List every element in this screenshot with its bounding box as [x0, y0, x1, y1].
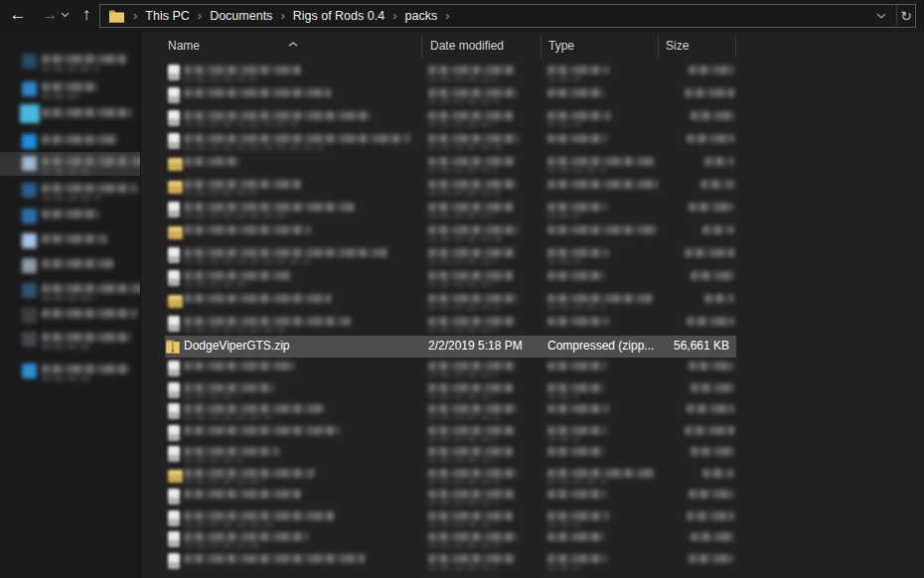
- redacted-text: [42, 168, 96, 174]
- column-header-size[interactable]: Size: [666, 39, 689, 53]
- redacted-text: [428, 383, 514, 392]
- file-icon: [168, 133, 180, 149]
- redacted-text: [184, 66, 301, 74]
- sidebar-item[interactable]: [0, 77, 140, 101]
- redacted-text: [184, 213, 290, 218]
- redacted-text: [547, 469, 655, 478]
- redacted-text: [547, 511, 609, 520]
- address-bar[interactable]: ›This PC›Documents›Rigs of Rods 0.4›pack…: [99, 4, 916, 28]
- breadcrumb-separator-icon[interactable]: ›: [272, 5, 292, 27]
- sidebar-item[interactable]: [0, 229, 140, 253]
- file-icon: [168, 361, 180, 376]
- breadcrumb-separator-icon[interactable]: ›: [385, 5, 404, 27]
- file-row[interactable]: [165, 400, 736, 422]
- file-row[interactable]: [165, 528, 736, 550]
- file-icon: [168, 382, 180, 398]
- file-row[interactable]: [165, 244, 736, 267]
- redacted-text: [184, 317, 351, 326]
- redacted-text: [184, 294, 331, 303]
- redacted-text: [428, 542, 500, 548]
- file-row[interactable]: [165, 221, 736, 244]
- file-icon: [168, 316, 180, 332]
- redacted-text: [428, 521, 497, 527]
- file-row[interactable]: [165, 107, 736, 130]
- sidebar-item[interactable]: [0, 279, 140, 303]
- file-row[interactable]: [165, 550, 736, 572]
- redacted-text: [700, 180, 734, 189]
- up-icon[interactable]: ↑: [74, 0, 99, 30]
- address-bar-controls: ↻: [868, 5, 915, 27]
- sidebar-item-selected[interactable]: [0, 152, 140, 176]
- file-row[interactable]: [165, 153, 736, 176]
- back-icon[interactable]: ←: [4, 0, 32, 30]
- breadcrumb-separator-icon[interactable]: ›: [125, 5, 145, 27]
- redacted-text: [691, 532, 734, 541]
- file-row[interactable]: [165, 176, 736, 199]
- sidebar-item[interactable]: [0, 103, 140, 127]
- sidebar-item[interactable]: [0, 304, 140, 328]
- redacted-text: [184, 271, 291, 280]
- refresh-icon[interactable]: ↻: [896, 5, 915, 28]
- column-header-name[interactable]: Name: [168, 39, 200, 53]
- sidebar-item[interactable]: [0, 360, 140, 383]
- file-row[interactable]: [165, 199, 736, 221]
- file-row[interactable]: [165, 422, 736, 444]
- file-row[interactable]: [165, 62, 736, 84]
- file-row[interactable]: [165, 358, 736, 379]
- redacted-text: [184, 248, 387, 257]
- file-row[interactable]: [165, 379, 736, 401]
- redacted-text: [428, 371, 498, 377]
- redacted-text: [428, 121, 497, 127]
- redacted-text: [428, 317, 516, 326]
- redacted-text: [184, 383, 275, 392]
- file-row[interactable]: [165, 486, 736, 507]
- file-row[interactable]: [165, 290, 736, 313]
- file-row[interactable]: [165, 465, 736, 487]
- redacted-text: [428, 66, 516, 74]
- redacted-text: [428, 88, 518, 97]
- redacted-text: [547, 317, 609, 326]
- redacted-text: [42, 108, 133, 117]
- file-row[interactable]: [165, 130, 736, 153]
- file-row[interactable]: [165, 507, 736, 529]
- breadcrumb-item[interactable]: Documents: [210, 5, 272, 27]
- redacted-text: [547, 248, 609, 257]
- breadcrumb-separator-icon[interactable]: ›: [437, 5, 457, 27]
- file-row[interactable]: [165, 267, 736, 290]
- recent-locations-chevron-icon[interactable]: [57, 0, 73, 30]
- column-divider[interactable]: [421, 36, 422, 58]
- column-divider[interactable]: [735, 36, 736, 58]
- file-row[interactable]: [165, 84, 736, 107]
- redacted-text: [42, 55, 126, 64]
- column-divider[interactable]: [658, 36, 659, 58]
- sidebar-item[interactable]: [0, 179, 140, 203]
- breadcrumb-separator-icon[interactable]: ›: [190, 5, 210, 27]
- sidebar-item[interactable]: [0, 254, 140, 278]
- breadcrumb-item[interactable]: packs: [404, 5, 437, 27]
- redacted-text: [184, 190, 256, 196]
- column-header-date-modified[interactable]: Date modified: [430, 39, 504, 53]
- file-icon: [168, 531, 180, 547]
- breadcrumb-item[interactable]: This PC: [145, 5, 189, 27]
- file-icon: [168, 425, 180, 441]
- redacted-text: [428, 564, 498, 570]
- column-header-type[interactable]: Type: [548, 39, 574, 53]
- redacted-text: [547, 404, 609, 413]
- file-row-selected[interactable]: DodgeViperGTS.zip2/2/2019 5:18 PMCompres…: [165, 336, 736, 358]
- sidebar-item[interactable]: [0, 328, 140, 352]
- file-row[interactable]: [165, 313, 736, 336]
- redacted-text: [184, 554, 365, 563]
- redacted-text: [428, 436, 498, 442]
- redacted-text: [689, 66, 734, 74]
- sidebar-item[interactable]: [0, 205, 140, 228]
- sidebar-item[interactable]: [0, 50, 140, 73]
- breadcrumb-item[interactable]: Rigs of Rods 0.4: [293, 5, 385, 27]
- redacted-text: [687, 134, 734, 143]
- selected-file-type: Compressed (zipp...: [547, 339, 654, 353]
- redacted-text: [428, 469, 518, 478]
- sidebar-item[interactable]: [0, 130, 140, 154]
- column-divider[interactable]: [540, 36, 541, 58]
- file-row[interactable]: [165, 443, 736, 465]
- redacted-text: [428, 500, 498, 506]
- address-dropdown-icon[interactable]: [868, 5, 894, 27]
